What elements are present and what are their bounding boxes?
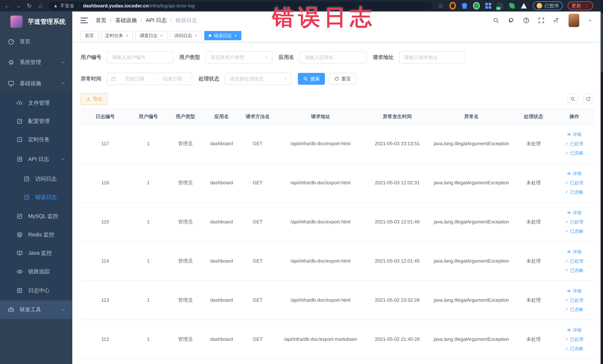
mark-ignored-link[interactable]: 已忽略 xyxy=(565,306,583,312)
sidebar-item-redis-monitor[interactable]: Redis 监控 xyxy=(0,225,72,244)
extension-shield-icon[interactable] xyxy=(461,2,468,9)
export-button[interactable]: 导出 xyxy=(81,93,108,105)
refresh-table-button[interactable] xyxy=(583,94,594,105)
detail-link[interactable]: 详细 xyxy=(567,288,581,294)
sidebar-item-file-management[interactable]: 文件管理 xyxy=(0,94,72,112)
forward-icon[interactable]: → xyxy=(14,2,22,10)
search-icon[interactable] xyxy=(493,17,499,23)
breadcrumb-item-infrastructure[interactable]: 基础设施 xyxy=(115,17,137,24)
user-id-input[interactable] xyxy=(107,51,173,63)
warning-icon: ▲ xyxy=(53,3,58,8)
sidebar-item-system[interactable]: 系统管理 xyxy=(0,53,72,71)
sidebar-item-dev-tools[interactable]: 研发工具 xyxy=(0,300,72,319)
breadcrumb-item-api-log[interactable]: API 日志 xyxy=(146,17,167,24)
request-url-input[interactable] xyxy=(399,51,466,63)
cell-user-id: 1 xyxy=(130,180,167,186)
sidebar-item-config-management[interactable]: 配置管理 xyxy=(0,112,72,130)
mark-processed-link[interactable]: 已处理 xyxy=(565,141,583,147)
process-status-select[interactable] xyxy=(225,73,291,85)
sidebar-item-home[interactable]: 首页 xyxy=(0,32,72,51)
sidebar-item-tracing[interactable]: 链路追踪 xyxy=(0,262,72,281)
extension-leaf-icon[interactable] xyxy=(509,2,515,9)
sidebar-collapse-icon[interactable] xyxy=(81,18,88,23)
eye-icon xyxy=(567,132,571,137)
app-name-input[interactable] xyxy=(300,51,366,63)
detail-link[interactable]: 详细 xyxy=(567,171,581,176)
detail-link[interactable]: 详细 xyxy=(567,131,581,137)
address-bar[interactable]: ▲ 不安全 dashboard.yudao.iocoder.cn /infra/… xyxy=(48,2,432,10)
mark-ignored-link[interactable]: 已忽略 xyxy=(565,267,583,273)
sidebar-item-access-log[interactable]: 访问日志 xyxy=(0,170,72,188)
extension-grid-icon[interactable] xyxy=(485,2,492,9)
close-icon[interactable] xyxy=(160,33,163,38)
close-icon[interactable] xyxy=(234,33,237,38)
sidebar-item-log-center[interactable]: 日志中心 xyxy=(0,281,72,300)
paused-label: 已暂停 xyxy=(545,3,559,9)
sidebar-item-error-log[interactable]: 错误日志 xyxy=(0,188,72,207)
mark-processed-link[interactable]: 已处理 xyxy=(565,219,583,225)
font-size-icon[interactable] xyxy=(553,17,560,23)
detail-link[interactable]: 详细 xyxy=(567,249,581,255)
download-icon xyxy=(86,97,91,101)
cell-status: 未处理 xyxy=(513,179,554,186)
mark-ignored-link[interactable]: 已忽略 xyxy=(565,150,583,156)
tab-error-log[interactable]: 错误日志 xyxy=(204,31,241,40)
mark-ignored-link[interactable]: 已忽略 xyxy=(565,346,583,352)
start-date-placeholder[interactable]: 开始日期 xyxy=(119,76,150,82)
bookmark-star-icon[interactable]: ☆ xyxy=(438,2,444,9)
process-status-select-input[interactable] xyxy=(225,73,291,85)
chevron-down-icon[interactable] xyxy=(588,18,592,23)
tab-scheduled-tasks[interactable]: 定时任务 xyxy=(101,31,133,40)
breadcrumb-item-home[interactable]: 首页 xyxy=(96,17,106,24)
breadcrumb: 首页 / 基础设施 / API 日志 / 错误日志 xyxy=(96,17,197,24)
mark-ignored-link[interactable]: 已忽略 xyxy=(565,189,583,195)
chevron-down-icon xyxy=(61,307,66,312)
tab-access-log[interactable]: 访问日志 xyxy=(170,31,202,40)
paused-badge[interactable]: 已暂停 xyxy=(533,1,563,10)
scrollbar-thumb[interactable] xyxy=(601,13,603,72)
github-icon[interactable] xyxy=(508,17,514,24)
reset-button[interactable]: 重置 xyxy=(329,73,356,85)
mark-processed-link[interactable]: 已处理 xyxy=(565,180,583,186)
extension-orange-icon[interactable] xyxy=(449,2,456,9)
help-icon[interactable] xyxy=(523,17,530,24)
fullscreen-icon[interactable] xyxy=(538,17,545,23)
close-icon[interactable] xyxy=(126,33,128,38)
sidebar-item-java-monitor[interactable]: Java 监控 xyxy=(0,244,72,262)
reload-icon[interactable]: ↻ xyxy=(25,2,33,10)
mark-processed-link[interactable]: 已处理 xyxy=(565,297,583,303)
sidebar-item-mysql-monitor[interactable]: MySQL 监控 xyxy=(0,207,72,225)
sidebar-item-scheduled-tasks[interactable]: 定时任务 xyxy=(0,130,72,149)
extension-on-badge-icon[interactable] xyxy=(497,2,503,9)
toggle-search-button[interactable] xyxy=(567,94,578,105)
extension-green-icon[interactable] xyxy=(473,2,480,9)
user-type-label: 用户类型 xyxy=(179,54,200,61)
sidebar-item-infrastructure[interactable]: 基础设施 xyxy=(0,74,72,93)
extension-tree-icon[interactable] xyxy=(521,2,527,9)
cell-user-id: 1 xyxy=(130,258,167,264)
browser-menu-icon[interactable] xyxy=(584,3,589,9)
tab-home[interactable]: 首页 xyxy=(81,31,98,40)
detail-link[interactable]: 详细 xyxy=(567,210,581,216)
sidebar-item-api-log[interactable]: API 日志 xyxy=(0,150,72,169)
user-type-select-input[interactable] xyxy=(206,51,272,63)
home-icon[interactable]: ⌂ xyxy=(36,2,45,10)
tab-schedule-log[interactable]: 调度日志 xyxy=(135,31,167,40)
mark-processed-link[interactable]: 已处理 xyxy=(565,258,583,264)
end-date-placeholder[interactable]: 结束日期 xyxy=(157,76,188,82)
cell-status: 未处理 xyxy=(513,219,554,225)
user-type-select[interactable] xyxy=(206,51,272,63)
detail-link[interactable]: 详细 xyxy=(567,327,581,333)
search-button[interactable]: 搜索 xyxy=(298,73,325,85)
close-icon[interactable] xyxy=(195,33,197,38)
back-icon[interactable]: ← xyxy=(3,2,11,10)
mark-processed-link[interactable]: 已处理 xyxy=(565,336,583,342)
update-button[interactable]: 更新 xyxy=(568,1,593,10)
user-avatar[interactable] xyxy=(568,14,579,27)
browser-scrollbar[interactable] xyxy=(601,0,603,364)
table-row: 117 1 管理员 dashboard GET /api/infra/db-do… xyxy=(81,124,595,163)
mark-ignored-link[interactable]: 已忽略 xyxy=(565,228,583,234)
cell-log-id: 117 xyxy=(81,141,130,146)
header-time: 异常发生时间 xyxy=(365,113,430,120)
exception-time-range-picker[interactable]: 开始日期 - 结束日期 xyxy=(107,73,192,85)
